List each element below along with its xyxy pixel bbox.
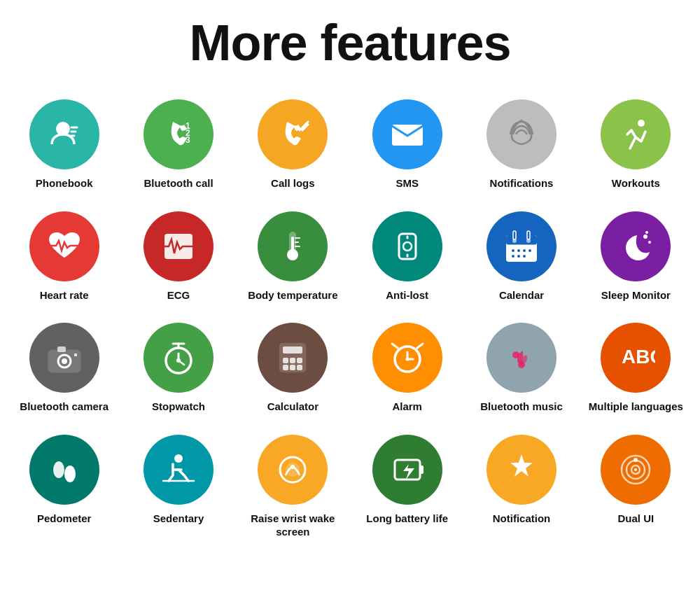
svg-point-35 — [648, 241, 651, 244]
feature-item-bluetooth-camera: Bluetooth camera — [7, 316, 121, 421]
dual-ui-icon — [601, 435, 671, 505]
ecg-icon — [144, 211, 214, 281]
svg-rect-49 — [283, 346, 302, 354]
svg-rect-50 — [283, 358, 288, 363]
phonebook-icon — [29, 99, 99, 169]
svg-rect-21 — [506, 235, 537, 245]
feature-item-call-logs: Call logs — [236, 92, 350, 197]
bluetooth-camera-icon — [29, 323, 99, 393]
call-logs-icon — [258, 99, 328, 169]
feature-item-dual-ui: Dual UI — [579, 428, 693, 546]
svg-point-32 — [517, 255, 520, 258]
multiple-languages-label: Multiple languages — [589, 400, 683, 414]
ecg-label: ECG — [167, 288, 190, 302]
sms-label: SMS — [396, 176, 419, 190]
multiple-languages-icon: ABC — [601, 323, 671, 393]
svg-text:ABC: ABC — [622, 346, 655, 368]
svg-rect-52 — [297, 358, 302, 363]
raise-wrist-icon — [258, 435, 328, 505]
notifications-label: Notifications — [490, 176, 554, 190]
page-title: More features — [189, 14, 510, 71]
notifications-icon — [486, 99, 556, 169]
feature-item-bluetooth-call: 1 2 3 Bluetooth call — [121, 92, 235, 197]
svg-point-36 — [645, 231, 648, 234]
svg-rect-51 — [290, 358, 295, 363]
svg-rect-26 — [527, 231, 530, 239]
svg-point-47 — [176, 358, 181, 363]
svg-point-59 — [405, 358, 409, 361]
feature-item-long-battery: Long battery life — [350, 428, 464, 546]
svg-point-34 — [643, 234, 648, 239]
workouts-icon — [601, 99, 671, 169]
bluetooth-music-icon — [486, 323, 556, 393]
svg-point-33 — [523, 255, 526, 258]
pedometer-icon — [29, 435, 99, 505]
call-logs-label: Call logs — [271, 176, 315, 190]
svg-point-28 — [517, 249, 520, 252]
alarm-icon — [372, 323, 442, 393]
svg-point-67 — [174, 454, 183, 463]
feature-item-alarm: Alarm — [350, 316, 464, 421]
svg-rect-40 — [57, 346, 66, 352]
svg-text:3: 3 — [186, 135, 190, 145]
anti-lost-icon — [372, 211, 442, 281]
long-battery-icon — [372, 435, 442, 505]
stopwatch-label: Stopwatch — [152, 400, 205, 414]
calendar-icon — [486, 211, 556, 281]
feature-item-ecg: ECG — [121, 204, 235, 309]
svg-rect-41 — [74, 354, 77, 356]
dual-ui-label: Dual UI — [617, 512, 654, 526]
bluetooth-camera-label: Bluetooth camera — [20, 400, 108, 414]
calculator-icon — [258, 323, 328, 393]
svg-point-8 — [638, 120, 645, 127]
notification-icon — [486, 435, 556, 505]
phonebook-label: Phonebook — [36, 176, 93, 190]
calculator-label: Calculator — [267, 400, 318, 414]
pedometer-label: Pedometer — [37, 512, 92, 526]
sleep-monitor-icon — [601, 211, 671, 281]
svg-rect-12 — [291, 237, 294, 252]
notification-label: Notification — [493, 512, 551, 526]
long-battery-label: Long battery life — [366, 512, 448, 526]
heart-rate-label: Heart rate — [40, 288, 89, 302]
svg-point-65 — [53, 461, 64, 478]
svg-rect-55 — [297, 365, 302, 370]
feature-item-raise-wrist: Raise wrist wake screen — [236, 428, 350, 546]
feature-item-multiple-languages: ABC Multiple languages — [579, 316, 693, 421]
bluetooth-call-icon: 1 2 3 — [144, 99, 214, 169]
feature-item-phonebook: Phonebook — [7, 92, 121, 197]
svg-point-71 — [290, 465, 295, 469]
feature-item-bluetooth-music: Bluetooth music — [464, 316, 578, 421]
svg-point-77 — [634, 458, 638, 462]
body-temperature-label: Body temperature — [248, 288, 337, 302]
svg-rect-73 — [420, 465, 424, 474]
svg-line-60 — [392, 344, 398, 348]
bluetooth-call-label: Bluetooth call — [144, 176, 213, 190]
body-temperature-icon — [258, 211, 328, 281]
svg-rect-54 — [290, 365, 295, 370]
feature-item-body-temperature: Body temperature — [236, 204, 350, 309]
workouts-label: Workouts — [612, 176, 660, 190]
bluetooth-music-label: Bluetooth music — [480, 400, 563, 414]
heart-rate-icon — [29, 211, 99, 281]
feature-item-notification: Notification — [464, 428, 578, 546]
sedentary-icon — [144, 435, 214, 505]
svg-point-66 — [64, 465, 76, 482]
svg-line-61 — [417, 344, 423, 348]
svg-point-30 — [528, 249, 531, 252]
feature-item-sleep-monitor: Sleep Monitor — [579, 204, 693, 309]
features-grid: Phonebook 1 2 3 Bluetooth call Call logs… — [7, 92, 693, 546]
svg-point-31 — [512, 255, 514, 258]
feature-item-workouts: Workouts — [579, 92, 693, 197]
calendar-label: Calendar — [499, 288, 544, 302]
feature-item-anti-lost: Anti-lost — [350, 204, 464, 309]
feature-item-stopwatch: Stopwatch — [121, 316, 235, 421]
sleep-monitor-label: Sleep Monitor — [601, 288, 671, 302]
svg-point-27 — [512, 249, 514, 252]
sedentary-label: Sedentary — [153, 512, 204, 526]
sms-icon — [372, 99, 442, 169]
feature-item-calculator: Calculator — [236, 316, 350, 421]
svg-point-29 — [523, 249, 526, 252]
raise-wrist-label: Raise wrist wake screen — [239, 512, 346, 539]
feature-item-sedentary: Sedentary — [121, 428, 235, 546]
